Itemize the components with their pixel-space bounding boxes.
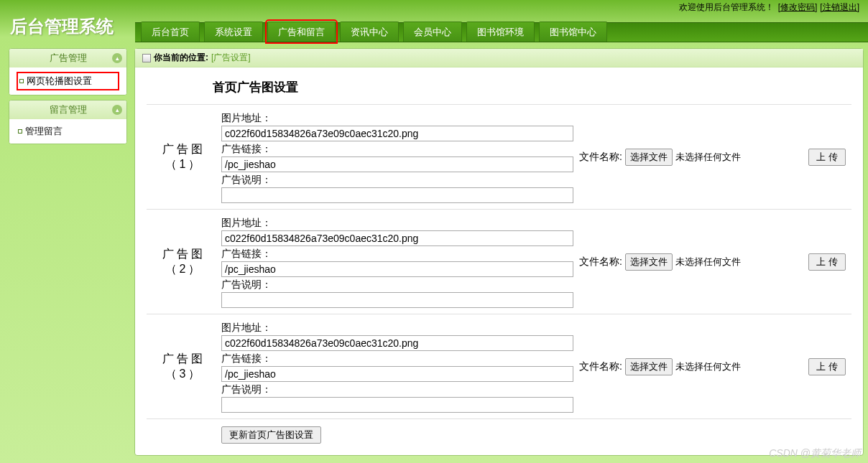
choose-file-button-1[interactable]: 选择文件 — [625, 149, 673, 166]
nav-item-1[interactable]: 系统设置 — [204, 22, 263, 42]
ad-row-2: 广告图（2）图片地址：广告链接：广告说明：文件名称:选择文件未选择任何文件上 传 — [147, 209, 851, 314]
input-ad_desc-3[interactable] — [221, 397, 573, 413]
field-label-img_addr: 图片地址： — [221, 322, 573, 335]
welcome-text: 欢迎使用后台管理系统！ — [679, 1, 774, 14]
breadcrumb: 你当前的位置: [广告设置] — [135, 49, 863, 67]
field-label-ad_link: 广告链接： — [221, 143, 573, 156]
change-password-link[interactable]: [修改密码] — [778, 1, 818, 14]
sidebar-item-1-0[interactable]: 管理留言 — [17, 123, 119, 139]
nav-item-4[interactable]: 会员中心 — [403, 22, 462, 42]
sidebar-head-0: 广告管理▴ — [9, 49, 126, 67]
ad-row-1: 广告图（1）图片地址：广告链接：广告说明：文件名称:选择文件未选择任何文件上 传 — [147, 104, 851, 209]
upload-button-1[interactable]: 上 传 — [808, 149, 846, 166]
field-label-ad_desc: 广告说明： — [221, 174, 573, 187]
file-label: 文件名称: — [579, 256, 622, 268]
ad-row-3: 广告图（3）图片地址：广告链接：广告说明：文件名称:选择文件未选择任何文件上 传 — [147, 314, 851, 418]
sidebar: 广告管理▴网页轮播图设置留言管理▴管理留言 — [9, 48, 127, 456]
field-label-ad_link: 广告链接： — [221, 352, 573, 365]
field-label-ad_desc: 广告说明： — [221, 383, 573, 396]
no-file-text: 未选择任何文件 — [675, 151, 741, 164]
sidebar-item-0-0[interactable]: 网页轮播图设置 — [17, 72, 119, 90]
file-label: 文件名称: — [579, 151, 622, 164]
ad-row-label: 广告图（2） — [147, 247, 221, 277]
sidebar-item-label: 管理留言 — [25, 125, 63, 138]
breadcrumb-prefix: 你当前的位置: — [154, 52, 208, 64]
ad-row-label: 广告图（1） — [147, 142, 221, 172]
input-img_addr-3[interactable] — [221, 335, 573, 351]
bullet-icon — [18, 129, 22, 134]
upload-button-3[interactable]: 上 传 — [808, 358, 846, 375]
topbar: 欢迎使用后台管理系统！ [修改密码] [注销退出] — [0, 0, 868, 14]
page-title: 首页广告图设置 — [147, 76, 851, 104]
input-ad_link-3[interactable] — [221, 366, 573, 382]
input-ad_desc-2[interactable] — [221, 292, 573, 308]
bullet-icon — [19, 79, 24, 83]
input-ad_desc-1[interactable] — [221, 187, 573, 203]
sidebar-title: 留言管理 — [50, 103, 87, 116]
input-img_addr-2[interactable] — [221, 230, 573, 246]
no-file-text: 未选择任何文件 — [675, 360, 741, 373]
ad-row-label: 广告图（3） — [147, 352, 221, 382]
collapse-icon[interactable]: ▴ — [112, 53, 122, 63]
nav-item-2[interactable]: 广告和留言 — [267, 22, 336, 42]
main-nav: 后台首页系统设置广告和留言资讯中心会员中心图书馆环境图书馆中心 — [135, 22, 868, 42]
breadcrumb-icon — [142, 54, 151, 62]
sidebar-item-label: 网页轮播图设置 — [27, 75, 92, 88]
nav-item-3[interactable]: 资讯中心 — [340, 22, 399, 42]
collapse-icon[interactable]: ▴ — [112, 105, 122, 115]
field-label-img_addr: 图片地址： — [221, 217, 573, 230]
file-label: 文件名称: — [579, 360, 622, 373]
field-label-img_addr: 图片地址： — [221, 112, 573, 125]
input-ad_link-1[interactable] — [221, 156, 573, 172]
choose-file-button-2[interactable]: 选择文件 — [625, 253, 673, 271]
nav-item-5[interactable]: 图书馆环境 — [466, 22, 535, 42]
content-panel: 你当前的位置: [广告设置] 首页广告图设置 广告图（1）图片地址：广告链接：广… — [134, 48, 864, 456]
upload-button-2[interactable]: 上 传 — [808, 253, 846, 271]
input-ad_link-2[interactable] — [221, 261, 573, 277]
breadcrumb-location: [广告设置] — [211, 52, 251, 64]
app-logo: 后台管理系统 — [10, 15, 114, 42]
watermark: CSDN @黄菊华老师 — [769, 447, 861, 460]
choose-file-button-3[interactable]: 选择文件 — [625, 358, 673, 375]
field-label-ad_link: 广告链接： — [221, 248, 573, 261]
submit-button[interactable]: 更新首页广告图设置 — [221, 426, 321, 444]
logout-link[interactable]: [注销退出] — [820, 1, 859, 14]
no-file-text: 未选择任何文件 — [675, 256, 741, 268]
field-label-ad_desc: 广告说明： — [221, 279, 573, 291]
input-img_addr-1[interactable] — [221, 126, 573, 141]
nav-item-0[interactable]: 后台首页 — [141, 22, 200, 42]
nav-item-6[interactable]: 图书馆中心 — [539, 22, 607, 42]
sidebar-head-1: 留言管理▴ — [9, 100, 126, 119]
sidebar-title: 广告管理 — [50, 52, 87, 65]
